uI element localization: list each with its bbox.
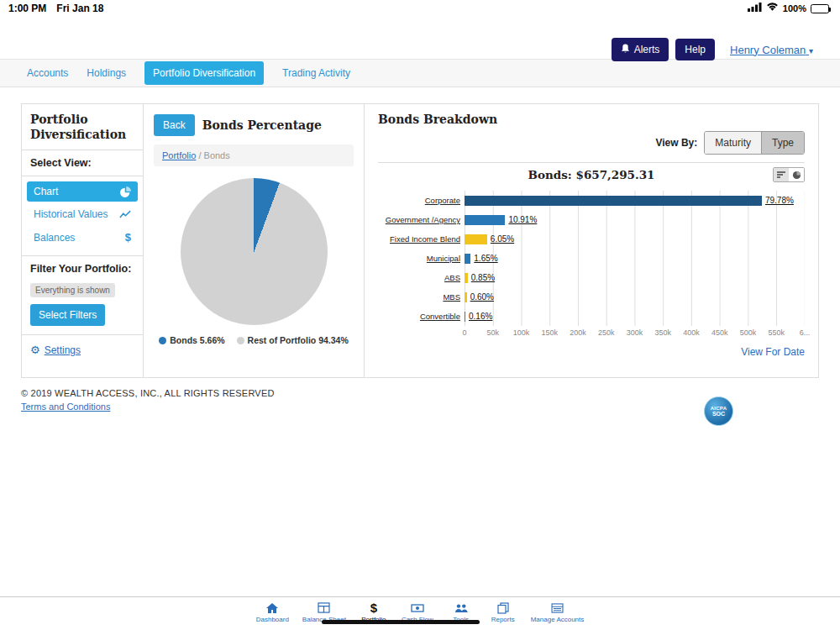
users-icon bbox=[454, 601, 468, 614]
x-tick-label: 50k bbox=[486, 328, 499, 337]
x-tick-label: 250k bbox=[598, 328, 615, 337]
bar-row: MBS0.60% bbox=[378, 287, 805, 307]
x-tick-label: 100k bbox=[513, 328, 530, 337]
alerts-button[interactable]: Alerts bbox=[612, 38, 669, 61]
main-card: Portfolio Diversification Select View: C… bbox=[21, 103, 819, 378]
status-time: 1:00 PM bbox=[8, 3, 46, 14]
status-bar: 1:00 PM Fri Jan 18 100% bbox=[0, 0, 840, 17]
category-link-abs[interactable]: ABS bbox=[378, 273, 465, 282]
back-button[interactable]: Back bbox=[154, 114, 195, 136]
cellular-signal-icon bbox=[748, 3, 762, 14]
bar-percent-label[interactable]: 6.05% bbox=[491, 234, 514, 244]
tab-accounts[interactable]: Accounts bbox=[27, 67, 68, 79]
sidebar-title: Portfolio Diversification bbox=[22, 104, 143, 150]
help-button[interactable]: Help bbox=[675, 39, 715, 60]
nav-item-dashboard[interactable]: Dashboard bbox=[256, 601, 289, 623]
dollar-icon: $ bbox=[125, 231, 131, 244]
pie-chart-icon bbox=[120, 186, 131, 197]
view-item-balances[interactable]: Balances$ bbox=[27, 227, 138, 248]
bar-percent-label[interactable]: 79.78% bbox=[765, 196, 794, 205]
copyright-text: © 2019 WEALTH ACCESS, INC., ALL RIGHTS R… bbox=[21, 388, 819, 398]
pie-chart[interactable] bbox=[181, 178, 328, 325]
bar-row: Government /Agency10.91% bbox=[378, 210, 805, 229]
bar-percent-label[interactable]: 1.65% bbox=[474, 254, 497, 263]
chart-type-toggle bbox=[773, 167, 805, 182]
category-link-convertible[interactable]: Convertible bbox=[378, 312, 465, 321]
select-filters-button[interactable]: Select Filters bbox=[30, 304, 105, 326]
nav-item-manage-accounts[interactable]: Manage Accounts bbox=[531, 601, 585, 623]
category-link-mbs[interactable]: MBS bbox=[378, 292, 465, 302]
app-header: Alerts Help Henry Coleman ▾ bbox=[0, 17, 840, 59]
x-tick-label: 550k bbox=[768, 328, 785, 337]
view-item-historical-values[interactable]: Historical Values bbox=[27, 204, 138, 224]
bottom-nav-items: DashboardBalance Sheet$PortfolioCash Flo… bbox=[0, 597, 840, 630]
bar-row: ABS0.85% bbox=[378, 268, 805, 287]
bar-track: 10.91% bbox=[465, 210, 805, 229]
bar-convertible bbox=[465, 312, 465, 322]
bonds-percentage-panel: Back Bonds Percentage Portfolio / Bonds … bbox=[144, 104, 365, 377]
status-right: 100% bbox=[748, 3, 832, 14]
view-by-type-button[interactable]: Type bbox=[761, 132, 804, 154]
bar-row: Municipal1.65% bbox=[378, 249, 805, 268]
view-by-label: View By: bbox=[655, 137, 697, 149]
category-link-fixed-income-blend[interactable]: Fixed Income Blend bbox=[378, 234, 465, 244]
bar-row: Fixed Income Blend6.05% bbox=[378, 229, 805, 249]
terms-link[interactable]: Terms and Conditions bbox=[21, 402, 110, 412]
settings-label: Settings bbox=[45, 344, 81, 356]
bar-percent-label[interactable]: 0.85% bbox=[471, 273, 495, 282]
pie-chart-toggle-icon[interactable] bbox=[789, 168, 804, 181]
filter-portfolio-label: Filter Your Portfolio: bbox=[22, 256, 143, 281]
bar-mbs bbox=[465, 292, 467, 302]
bar-chart-toggle-icon[interactable] bbox=[774, 168, 789, 181]
nav-item-label: Manage Accounts bbox=[531, 616, 585, 623]
tab-bar: AccountsHoldingsPortfolio Diversificatio… bbox=[0, 59, 840, 87]
legend-item-bonds-5-66: Bonds 5.66% bbox=[159, 335, 224, 345]
filter-status-badge: Everything is shown bbox=[30, 283, 115, 297]
x-tick-label: 150k bbox=[541, 328, 558, 337]
tab-holdings[interactable]: Holdings bbox=[87, 67, 126, 79]
view-by-maturity-button[interactable]: Maturity bbox=[705, 132, 761, 154]
alerts-button-label: Alerts bbox=[634, 44, 660, 55]
tab-portfolio-diversification[interactable]: Portfolio Diversification bbox=[144, 61, 264, 85]
breadcrumb-portfolio-link[interactable]: Portfolio bbox=[162, 150, 196, 160]
home-indicator[interactable] bbox=[322, 620, 480, 624]
view-item-label: Balances bbox=[34, 232, 75, 244]
view-item-label: Historical Values bbox=[34, 208, 108, 220]
bonds-breakdown-panel: Bonds Breakdown View By: Maturity Type B… bbox=[365, 104, 818, 377]
category-link-corporate[interactable]: Corporate bbox=[378, 196, 465, 205]
view-for-date-link[interactable]: View For Date bbox=[378, 346, 805, 358]
chart-x-axis: 050k100k150k200k250k300k350k400k450k500k… bbox=[465, 326, 805, 339]
help-button-label: Help bbox=[685, 44, 706, 55]
chart-header: Bonds: $657,295.31 bbox=[378, 167, 805, 184]
category-link-municipal[interactable]: Municipal bbox=[378, 254, 465, 263]
bar-abs bbox=[465, 273, 468, 283]
bonds-percentage-header: Back Bonds Percentage bbox=[144, 104, 364, 143]
cash-icon bbox=[411, 601, 424, 614]
x-tick-label: 500k bbox=[740, 328, 757, 337]
view-item-chart[interactable]: Chart bbox=[27, 181, 138, 202]
x-tick-label: 6... bbox=[800, 328, 811, 337]
category-link-government-agency[interactable]: Government /Agency bbox=[378, 215, 465, 224]
bar-percent-label[interactable]: 0.60% bbox=[470, 292, 494, 302]
bar-row: Corporate79.78% bbox=[378, 191, 805, 210]
x-tick-label: 400k bbox=[683, 328, 700, 337]
bar-row: Convertible0.16% bbox=[378, 307, 805, 326]
aicpa-badge-bottom-label: SOC bbox=[712, 411, 725, 417]
reports-icon bbox=[497, 601, 509, 614]
gear-icon: ⚙ bbox=[30, 344, 40, 356]
bar-track: 79.78% bbox=[465, 191, 805, 210]
legend-dot-icon bbox=[159, 337, 166, 344]
bar-percent-label[interactable]: 10.91% bbox=[508, 215, 537, 224]
battery-percent: 100% bbox=[783, 3, 806, 13]
user-menu[interactable]: Henry Coleman ▾ bbox=[730, 44, 813, 56]
bar-percent-label[interactable]: 0.16% bbox=[469, 312, 492, 321]
wifi-icon bbox=[766, 3, 779, 14]
settings-link[interactable]: ⚙ Settings bbox=[22, 334, 143, 365]
tab-trading-activity[interactable]: Trading Activity bbox=[282, 67, 350, 79]
breakdown-divider bbox=[378, 162, 805, 163]
bar-track: 0.16% bbox=[465, 307, 805, 326]
status-left: 1:00 PM Fri Jan 18 bbox=[8, 3, 103, 14]
legend-label: Rest of Portfolio 94.34% bbox=[248, 335, 349, 345]
x-tick-label: 200k bbox=[570, 328, 586, 337]
nav-item-reports[interactable]: Reports bbox=[489, 601, 517, 623]
